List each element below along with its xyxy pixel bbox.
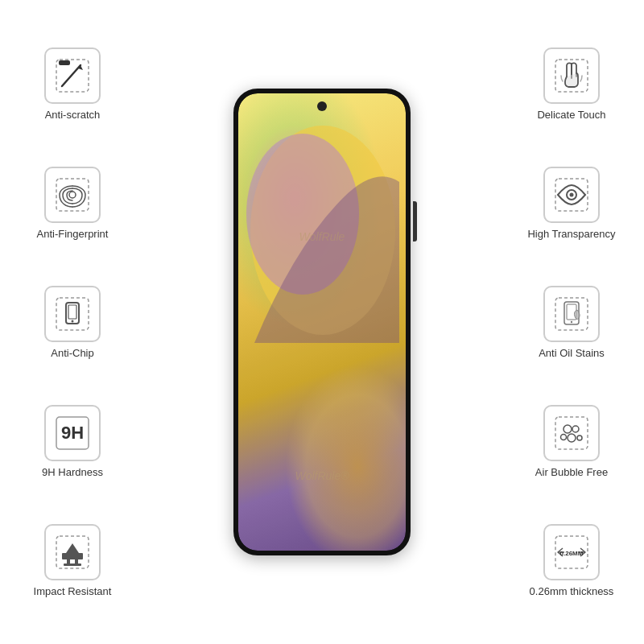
product-page: Anti-scratch Anti-Fingerprint — [0, 0, 644, 644]
oil-icon — [551, 294, 592, 334]
svg-text:0.26MM: 0.26MM — [560, 550, 584, 557]
svg-marker-14 — [66, 543, 79, 553]
svg-rect-8 — [68, 305, 76, 319]
svg-rect-17 — [64, 564, 81, 566]
9h-label: 9H Hardness — [42, 466, 103, 478]
glass-overlay — [238, 93, 406, 551]
eye-icon — [551, 175, 592, 215]
svg-point-29 — [564, 425, 572, 433]
phone-wrapper: WolfRule WolfRule® — [233, 89, 411, 555]
phone-screen: WolfRule WolfRule® — [238, 93, 406, 551]
feature-9h: 9H 9H Hardness — [42, 405, 103, 478]
chip-icon — [52, 294, 93, 334]
touch-label: Delicate Touch — [537, 109, 605, 121]
phone: WolfRule WolfRule® — [233, 89, 411, 555]
impact-icon-box — [44, 524, 101, 580]
thickness-label: 0.26mm thickness — [530, 585, 614, 597]
anti-scratch-icon-box — [44, 47, 101, 104]
anti-fingerprint-icon-box — [44, 167, 101, 223]
bubble-label: Air Bubble Free — [535, 466, 608, 478]
svg-point-30 — [572, 426, 579, 432]
thickness-icon-box: 0.26MM — [543, 524, 600, 580]
feature-impact: Impact Resistant — [34, 524, 112, 597]
impact-label: Impact Resistant — [34, 585, 112, 597]
svg-point-32 — [568, 434, 576, 442]
svg-point-5 — [69, 192, 76, 198]
svg-text:9H: 9H — [61, 423, 84, 443]
feature-anti-chip: Anti-Chip — [44, 286, 101, 359]
features-right: Delicate Touch High Transparency — [507, 0, 636, 644]
thickness-icon: 0.26MM — [551, 532, 592, 572]
features-left: Anti-scratch Anti-Fingerprint — [8, 0, 137, 644]
9h-icon: 9H — [52, 413, 93, 453]
svg-point-9 — [72, 320, 74, 322]
anti-scratch-label: Anti-scratch — [45, 109, 101, 121]
svg-rect-24 — [555, 298, 588, 330]
touch-icon — [551, 56, 592, 96]
svg-rect-3 — [59, 60, 70, 65]
svg-rect-13 — [62, 553, 83, 559]
fingerprint-icon — [52, 175, 93, 215]
svg-point-31 — [560, 434, 566, 440]
transparency-icon-box — [543, 167, 600, 223]
svg-line-1 — [62, 65, 80, 86]
svg-rect-4 — [56, 179, 89, 211]
svg-point-27 — [571, 320, 572, 322]
notch — [317, 101, 327, 111]
touch-icon-box — [543, 47, 600, 104]
oil-icon-box — [543, 286, 600, 342]
feature-touch: Delicate Touch — [537, 47, 605, 121]
side-button — [413, 201, 417, 242]
scratch-icon — [52, 56, 93, 96]
svg-rect-28 — [555, 417, 588, 449]
feature-anti-scratch: Anti-scratch — [44, 47, 101, 121]
feature-bubble: Air Bubble Free — [535, 405, 608, 478]
feature-thickness: 0.26MM 0.26mm thickness — [530, 524, 614, 597]
bubble-icon — [551, 413, 592, 453]
feature-transparency: High Transparency — [527, 167, 615, 240]
anti-chip-label: Anti-Chip — [51, 347, 93, 359]
impact-icon — [52, 532, 93, 572]
svg-point-23 — [570, 192, 574, 196]
anti-fingerprint-label: Anti-Fingerprint — [37, 228, 109, 240]
feature-anti-fingerprint: Anti-Fingerprint — [37, 167, 109, 240]
9h-icon-box: 9H — [44, 405, 101, 461]
anti-chip-icon-box — [44, 286, 101, 342]
transparency-label: High Transparency — [527, 228, 615, 240]
bubble-icon-box — [543, 405, 600, 461]
svg-point-33 — [577, 436, 582, 440]
feature-oil: Anti Oil Stains — [539, 286, 605, 359]
oil-label: Anti Oil Stains — [539, 347, 605, 359]
